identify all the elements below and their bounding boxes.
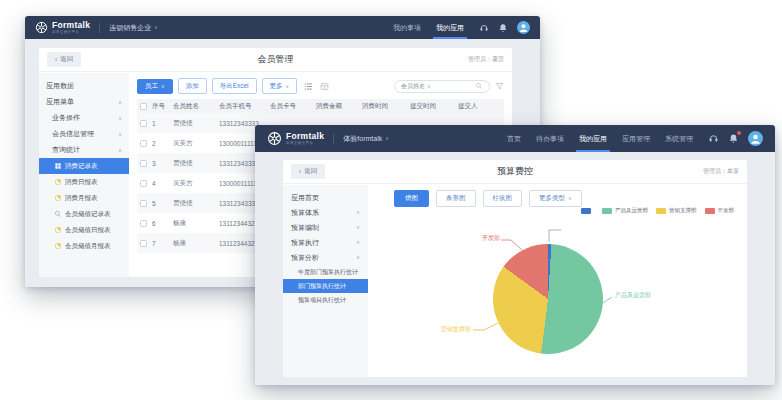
sidebar-item-app-data[interactable]: 应用数据 xyxy=(39,78,129,94)
legend-swatch xyxy=(656,208,666,214)
chart-legend: 产品及运营部 营销支撑部 开发部 xyxy=(581,207,734,214)
sidebar-item-app-home[interactable]: 应用首页 xyxy=(283,190,368,205)
budget-control-window: Formtalk 表单互联云平台 体验formtalk ∨ 首页 待办事项 我的… xyxy=(255,125,775,385)
pie-icon xyxy=(54,242,62,250)
select-all-checkbox[interactable] xyxy=(140,103,147,110)
row-checkbox[interactable] xyxy=(140,140,147,147)
chevron-down-icon: ∨ xyxy=(427,84,431,89)
sidebar-item-budget-exec[interactable]: 预算执行∨ xyxy=(283,235,368,250)
row-checkbox[interactable] xyxy=(140,160,147,167)
filter-icon[interactable] xyxy=(495,82,504,91)
column-chart-button[interactable]: 柱状图 xyxy=(483,190,523,207)
legend-label: 产品及运营部 xyxy=(615,207,648,214)
nav-my-matters[interactable]: 我的事项 xyxy=(393,16,421,39)
sidebar-item-budget-system[interactable]: 预算体系∨ xyxy=(283,205,368,220)
sidebar-item-stored-monthly[interactable]: 会员储值月报表 xyxy=(39,238,129,254)
employee-button[interactable]: 员工 ∨ xyxy=(137,79,173,94)
app-sidebar: 应用数据 应用菜单∧ 业务操作∨ 会员信息管理∨ 查询统计∧ 消费记录表 消费日… xyxy=(39,73,129,277)
pie-icon xyxy=(54,178,62,186)
pie-label-marketing-dept: 营销支撑部 xyxy=(440,325,471,334)
nav-system-management[interactable]: 系统管理 xyxy=(665,125,693,152)
nav-home[interactable]: 首页 xyxy=(507,125,521,152)
back-arrow-icon: ‹ xyxy=(299,168,301,175)
sidebar-item-member-info[interactable]: 会员信息管理∨ xyxy=(39,126,129,142)
legend-item[interactable]: 开发部 xyxy=(705,207,735,214)
chevron-down-icon: ∨ xyxy=(154,25,158,30)
sidebar-item-dept-exec-stats[interactable]: 部门预算执行统计 xyxy=(283,279,368,293)
bell-icon[interactable] xyxy=(498,23,508,33)
service-icon[interactable] xyxy=(479,23,489,33)
org-switcher[interactable]: 连锁销售企业 ∨ xyxy=(99,23,158,33)
search-icon xyxy=(54,210,62,218)
legend-item[interactable] xyxy=(581,208,594,214)
sidebar-item-budget-analysis[interactable]: 预算分析∧ xyxy=(283,250,368,265)
page-title: 会员管理 xyxy=(39,53,512,66)
sidebar-item-business-ops[interactable]: 业务操作∨ xyxy=(39,110,129,126)
brand[interactable]: Formtalk 表单互联云平台 xyxy=(35,21,90,34)
admin-label: 管理员：单某 xyxy=(703,167,739,176)
sidebar-item-stored-daily[interactable]: 会员储值日报表 xyxy=(39,222,129,238)
nav-todo[interactable]: 待办事项 xyxy=(536,125,564,152)
sidebar-item-app-menu[interactable]: 应用菜单∧ xyxy=(39,94,129,110)
nav-my-apps[interactable]: 我的应用 xyxy=(579,125,607,152)
add-button[interactable]: 添加 xyxy=(178,78,207,94)
avatar[interactable] xyxy=(748,131,763,146)
sidebar-item-consume-records[interactable]: 消费记录表 xyxy=(39,158,129,174)
legend-label: 营销支撑部 xyxy=(669,207,697,214)
nav-my-apps[interactable]: 我的应用 xyxy=(436,16,464,39)
legend-item[interactable]: 营销支撑部 xyxy=(656,207,697,214)
app-sidebar: 应用首页 预算体系∨ 预算编制∨ 预算执行∨ 预算分析∧ 年度部门预算执行统计 … xyxy=(283,185,368,377)
row-checkbox[interactable] xyxy=(140,240,147,247)
bar-chart-button[interactable]: 条形图 xyxy=(436,190,476,207)
page-background: ‹ 返回 预算费控 管理员：单某 应用首页 预算体系∨ 预算编制∨ 预算执行∨ … xyxy=(255,152,775,385)
pie-label-dev-dept: 开发部 xyxy=(474,234,500,243)
back-button[interactable]: ‹ 返回 xyxy=(291,164,325,179)
list-view-icon[interactable] xyxy=(304,82,313,91)
more-chart-types-button[interactable]: 更多类型 ∨ xyxy=(529,190,582,207)
formtalk-logo-icon xyxy=(35,21,48,34)
chevron-down-icon: ∨ xyxy=(161,84,165,89)
legend-swatch xyxy=(705,208,715,214)
formtalk-logo-icon xyxy=(267,131,282,146)
chevron-up-icon: ∧ xyxy=(118,100,122,105)
service-icon[interactable] xyxy=(708,133,719,144)
notification-badge xyxy=(737,131,741,135)
sidebar-item-project-exec-stats[interactable]: 预算项目执行统计 xyxy=(283,293,368,307)
table-header: 序号 会员姓名 会员手机号 会员卡号 消费金额 消费时间 提交时间 提交人 xyxy=(137,99,504,113)
back-arrow-icon: ‹ xyxy=(55,56,57,63)
back-button[interactable]: ‹ 返回 xyxy=(47,52,81,67)
export-excel-button[interactable]: 导出Excel xyxy=(212,78,257,94)
brand[interactable]: Formtalk 表单互联云平台 xyxy=(267,131,324,146)
row-checkbox[interactable] xyxy=(140,220,147,227)
sidebar-item-query-stats[interactable]: 查询统计∧ xyxy=(39,142,129,158)
pie-icon xyxy=(54,194,62,202)
sidebar-item-consume-monthly[interactable]: 消费月报表 xyxy=(39,190,129,206)
row-checkbox[interactable] xyxy=(140,180,147,187)
nav-app-management[interactable]: 应用管理 xyxy=(622,125,650,152)
legend-item[interactable]: 产品及运营部 xyxy=(602,207,648,214)
page-title: 预算费控 xyxy=(283,165,747,178)
sidebar-item-consume-daily[interactable]: 消费日报表 xyxy=(39,174,129,190)
top-nav: 我的事项 我的应用 xyxy=(393,16,464,39)
content-card: ‹ 返回 预算费控 管理员：单某 应用首页 预算体系∨ 预算编制∨ 预算执行∨ … xyxy=(283,160,747,377)
row-checkbox[interactable] xyxy=(140,120,147,127)
sidebar-item-budget-compile[interactable]: 预算编制∨ xyxy=(283,220,368,235)
sidebar-item-stored-records[interactable]: 会员储值记录表 xyxy=(39,206,129,222)
pie-chart[interactable] xyxy=(493,244,603,354)
chevron-down-icon: ∨ xyxy=(118,116,122,121)
chevron-down-icon: ∨ xyxy=(568,196,572,201)
search-input[interactable]: 会员姓名 ∨ xyxy=(394,80,490,93)
org-switcher[interactable]: 体验formtalk ∨ xyxy=(333,134,389,144)
brand-tagline: 表单互联云平台 xyxy=(52,31,90,35)
row-checkbox[interactable] xyxy=(140,200,147,207)
pie-label-product-ops-dept: 产品及运营部 xyxy=(615,291,651,300)
legend-swatch xyxy=(602,208,612,214)
pie-chart-button[interactable]: 饼图 xyxy=(394,190,429,207)
top-nav: 首页 待办事项 我的应用 应用管理 系统管理 xyxy=(507,125,693,152)
chevron-down-icon: ∨ xyxy=(118,132,122,137)
avatar[interactable] xyxy=(517,21,530,34)
more-button[interactable]: 更多 ∨ xyxy=(262,78,298,94)
sidebar-item-annual-dept-stats[interactable]: 年度部门预算执行统计 xyxy=(283,265,368,279)
bell-icon[interactable] xyxy=(728,133,739,144)
card-view-icon[interactable] xyxy=(320,82,329,91)
